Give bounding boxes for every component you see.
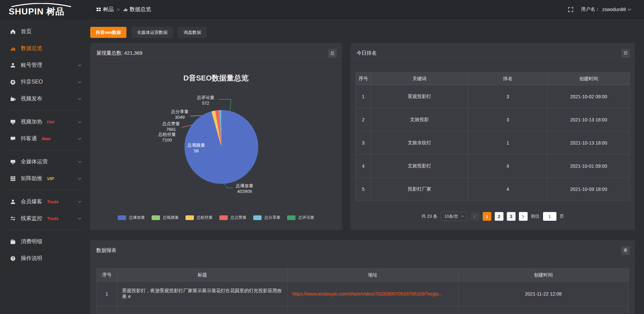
breadcrumb-item-current[interactable]: 数据总览 [123, 6, 151, 13]
fullscreen-icon[interactable] [568, 7, 574, 12]
table-row: 1景观投影灯 32021-10-02 09:00 [356, 85, 630, 108]
hot-badge: Hot [47, 119, 54, 124]
data-report-panel: 数据报表 表 序号 标题 地址 创建时间 1 景观投影灯，夜游景观投影灯厂家展示… [90, 240, 635, 314]
seo-overview-panel: 展现量总数: 421,369 总 D音SEO数据量总览 总评论量572 [90, 43, 342, 230]
legend-item[interactable]: 总播放量 [118, 215, 145, 220]
page-button-2[interactable]: 2 [495, 212, 503, 221]
sidebar-item-douyin-seo[interactable]: 抖音SEO [0, 73, 89, 90]
sidebar-divider [5, 150, 84, 150]
sidebar-item-doukertong[interactable]: 抖客通 New [0, 130, 89, 147]
pie-label-fans: 总粉丝量7100 [154, 132, 180, 143]
ranking-table: 序号 关键词 排名 创建时间 1景观投影灯 32021-10-02 09:00 … [356, 72, 630, 201]
member-icon [10, 199, 16, 205]
svg-text:?: ? [12, 256, 14, 260]
pie-label-videos: 总视频量58 [183, 142, 210, 154]
pie-label-likes: 总点赞量7681 [158, 121, 184, 132]
panel-title: 今日排名 [357, 50, 377, 56]
new-badge: New [42, 136, 51, 141]
gear-icon [10, 79, 16, 85]
goto-label: 前往 [531, 213, 540, 219]
prev-page-button[interactable] [471, 212, 479, 221]
monitor-icon [10, 159, 16, 165]
page-unit-label: 页 [560, 213, 564, 219]
sidebar-item-data-overview[interactable]: 数据总览 [0, 40, 89, 57]
chevron-down-icon [78, 63, 82, 66]
sliders-icon [10, 216, 16, 221]
pie-label-comments: 总评论量572 [192, 95, 219, 106]
username-label: 用户名： [581, 6, 600, 12]
breadcrumb-separator: > [117, 7, 120, 12]
legend-item[interactable]: 总点赞量 [219, 215, 247, 220]
logo-text-en: SHUPIN [9, 7, 44, 16]
day-badge[interactable]: 日 [621, 49, 630, 58]
sidebar-item-video-heat[interactable]: 视频加热 Hot [0, 113, 89, 130]
table-badge[interactable]: 表 [621, 246, 630, 255]
legend-item[interactable]: 总视频量 [152, 215, 179, 220]
tab-douyin-seo-data[interactable]: 抖音seo数据 [90, 27, 126, 38]
bar-chart-icon [10, 46, 16, 51]
page-button-1[interactable]: 1 [483, 212, 491, 221]
page-size-select[interactable]: 10条/页 [441, 212, 467, 221]
user-icon [10, 62, 16, 68]
table-row: 2文旅投影 32021-10-13 18:00 [356, 108, 630, 132]
chevron-down-icon [78, 80, 82, 83]
tab-media-ops-data[interactable]: 全媒体运营数据 [131, 27, 173, 38]
page-button-3[interactable]: 3 [507, 212, 516, 221]
table-row: 4文旅投影灯 42021-10-01 09:00 [356, 155, 630, 178]
tab-inquiry-data[interactable]: 询盘数据 [178, 27, 207, 38]
data-tabs: 抖音seo数据 全媒体运营数据 询盘数据 [90, 27, 635, 38]
sidebar-item-consumption[interactable]: 消费明细 [0, 233, 89, 250]
question-icon: ? [10, 256, 16, 261]
sidebar-item-leads[interactable]: 线索监控 Tools [0, 210, 89, 227]
tools-badge: Tools [47, 199, 58, 204]
pagination-total: 共 23 条 [421, 213, 437, 219]
home-icon [10, 29, 16, 35]
sidebar-item-video-publish[interactable]: 视频发布 [0, 90, 89, 107]
today-ranking-panel: 今日排名 日 序号 关键词 排名 创建时间 1景观投影灯 32021-10-02… [351, 43, 635, 230]
pie-label-shares: 总分享量3049 [166, 109, 193, 120]
chevron-down-icon [78, 136, 82, 140]
chevron-down-icon [78, 159, 82, 163]
chevron-down-icon [78, 96, 82, 100]
chevron-down-icon [78, 216, 82, 219]
pie-chart-area: D音SEO数据量总览 总评论量572 总分享量3049 总点赞量7681 [90, 64, 342, 230]
chevron-down-icon [78, 199, 82, 203]
impressions-stat: 展现量总数: 421,369 [96, 50, 143, 56]
table-header-row: 序号 关键词 排名 创建时间 [356, 72, 630, 85]
bar-chart-icon [123, 7, 128, 12]
sidebar: 首页 数据总览 账号管理 抖音SEO 视频发布 视频加热 Hot 抖客通 New… [0, 19, 89, 314]
legend-item[interactable]: 总分享量 [253, 215, 280, 220]
panel-title: 数据报表 [96, 247, 116, 254]
logo-text-cn: 树品 [46, 7, 64, 16]
breadcrumb: 树品 > 数据总览 [96, 6, 151, 13]
sidebar-item-matrix-boost[interactable]: 矩阵助推 VIP [0, 170, 89, 187]
screen-icon [10, 119, 16, 125]
video-link[interactable]: https://www.iesdouyin.com/share/video/70… [292, 291, 443, 297]
sidebar-item-home[interactable]: 首页 [0, 23, 89, 40]
impressions-value: 421,369 [124, 50, 142, 56]
legend-item[interactable]: 总粉丝量 [185, 215, 213, 220]
sidebar-divider [5, 110, 84, 110]
user-menu[interactable]: 用户名： zswodun88 [581, 6, 631, 12]
grid-icon [96, 7, 101, 12]
table-row [97, 306, 629, 314]
sidebar-divider [5, 190, 84, 190]
table-header-row: 序号 标题 地址 创建时间 [97, 269, 629, 281]
legend-item[interactable]: 总评论量 [287, 215, 314, 220]
sidebar-item-account[interactable]: 账号管理 [0, 57, 89, 73]
goto-page-input[interactable] [543, 212, 556, 221]
next-page-button[interactable] [519, 212, 528, 221]
tools-badge: Tools [47, 216, 58, 221]
chevron-down-icon [628, 7, 631, 10]
breadcrumb-item-root[interactable]: 树品 [96, 6, 114, 13]
chevron-down-icon [78, 119, 82, 123]
vip-badge: VIP [47, 176, 54, 181]
sidebar-item-media-ops[interactable]: 全媒体运营 [0, 153, 89, 170]
username-value: zswodun88 [602, 7, 626, 12]
sidebar-item-member[interactable]: 会员爆客 Tools [0, 193, 89, 210]
pie-label-plays: 总播放量402909 [231, 183, 258, 194]
total-badge[interactable]: 总 [328, 49, 337, 58]
chart-legend: 总播放量 总视频量 总粉丝量 总点赞量 总分享量 总评论量 [90, 215, 342, 220]
pagination: 共 23 条 10条/页 1 2 3 前往 页 [351, 212, 635, 221]
sidebar-item-help[interactable]: ? 操作说明 [0, 250, 89, 267]
